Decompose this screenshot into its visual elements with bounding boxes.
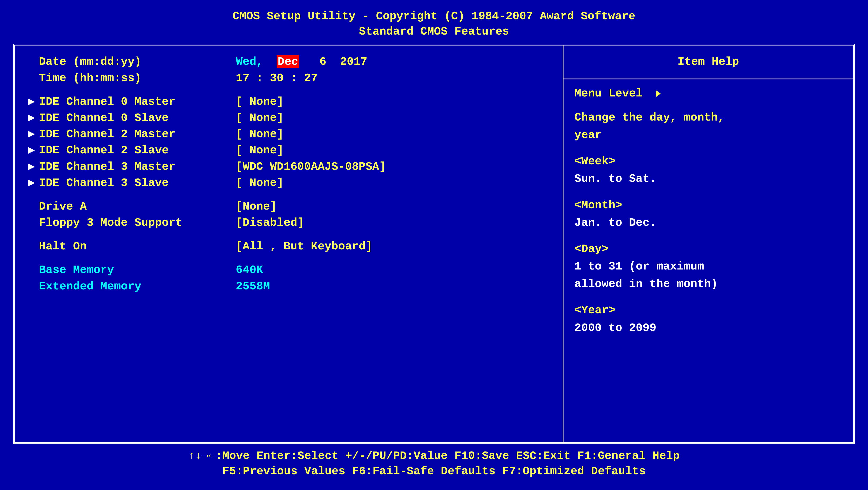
submenu-icon: ▶ (28, 143, 39, 158)
ide-label: IDE Channel 0 Slave (39, 111, 236, 126)
floppy-label: Floppy 3 Mode Support (39, 215, 236, 231)
ide-value: [ None] (236, 176, 283, 191)
time-label: Time (hh:mm:ss) (39, 71, 236, 86)
help-desc: Change the day, month, (575, 110, 842, 125)
row-date[interactable]: Date (mm:dd:yy) Wed, Dec 6 2017 (28, 54, 550, 69)
footer-line1: ↑↓→←:Move Enter:Select +/-/PU/PD:Value F… (13, 449, 855, 464)
row-halt-on[interactable]: Halt On [All , But Keyboard] (28, 239, 550, 254)
help-week-text: Sun. to Sat. (575, 171, 842, 187)
menu-level-label: Menu Level (575, 86, 643, 101)
row-ide-2-master[interactable]: ▶ IDE Channel 2 Master [ None] (28, 127, 550, 142)
row-ide-2-slave[interactable]: ▶ IDE Channel 2 Slave [ None] (28, 143, 550, 158)
row-time[interactable]: Time (hh:mm:ss) 17 : 30 : 27 (28, 71, 550, 86)
ide-label: IDE Channel 2 Slave (39, 143, 236, 158)
ide-value: [WDC WD1600AAJS-08PSA] (236, 159, 386, 175)
halt-value[interactable]: [All , But Keyboard] (236, 239, 372, 254)
date-day[interactable]: 6 (313, 55, 326, 68)
help-day-text: 1 to 31 (or maximum (575, 259, 842, 274)
header-line1: CMOS Setup Utility - Copyright (C) 1984-… (13, 9, 855, 24)
date-month-selected[interactable]: Dec (277, 55, 299, 68)
header-line2: Standard CMOS Features (13, 24, 855, 39)
footer: ↑↓→←:Move Enter:Select +/-/PU/PD:Value F… (13, 446, 855, 481)
row-ide-3-master[interactable]: ▶ IDE Channel 3 Master [WDC WD1600AAJS-0… (28, 159, 550, 175)
ide-value: [ None] (236, 111, 283, 126)
ide-label: IDE Channel 3 Slave (39, 176, 236, 191)
help-desc: year (575, 127, 842, 143)
drive-a-label: Drive A (39, 199, 236, 214)
base-mem-label: Base Memory (39, 263, 236, 278)
submenu-icon: ▶ (28, 159, 39, 175)
ide-value: [ None] (236, 127, 283, 142)
row-base-memory: Base Memory 640K (28, 263, 550, 278)
help-month-text: Jan. to Dec. (575, 215, 842, 231)
submenu-icon: ▶ (28, 176, 39, 191)
bios-screen: CMOS Setup Utility - Copyright (C) 1984-… (0, 0, 868, 490)
time-value[interactable]: 17 : 30 : 27 (236, 71, 318, 86)
help-pane: Item Help Menu Level Change the day, mon… (563, 45, 853, 442)
submenu-icon: ▶ (28, 111, 39, 126)
ide-label: IDE Channel 3 Master (39, 159, 236, 175)
header: CMOS Setup Utility - Copyright (C) 1984-… (13, 9, 855, 39)
drive-a-value[interactable]: [None] (236, 199, 277, 214)
row-extended-memory: Extended Memory 2558M (28, 279, 550, 294)
row-ide-3-slave[interactable]: ▶ IDE Channel 3 Slave [ None] (28, 176, 550, 191)
ide-value: [ None] (236, 94, 283, 110)
submenu-icon: ▶ (28, 127, 39, 142)
help-day-heading: <Day> (575, 242, 842, 257)
menu-level: Menu Level (575, 86, 842, 101)
submenu-icon: ▶ (28, 94, 39, 110)
base-mem-value: 640K (236, 263, 263, 278)
row-floppy-mode[interactable]: Floppy 3 Mode Support [Disabled] (28, 215, 550, 231)
ext-mem-value: 2558M (236, 279, 270, 294)
help-month-heading: <Month> (575, 198, 842, 213)
row-ide-0-master[interactable]: ▶ IDE Channel 0 Master [ None] (28, 94, 550, 110)
main-pane: Date (mm:dd:yy) Wed, Dec 6 2017 Time (hh… (15, 45, 563, 442)
footer-line2: F5:Previous Values F6:Fail-Safe Defaults… (13, 464, 855, 479)
halt-label: Halt On (39, 239, 236, 254)
help-year-heading: <Year> (575, 303, 842, 318)
date-year[interactable]: 2017 (340, 55, 367, 68)
chevron-right-icon (656, 90, 661, 97)
content-box: Date (mm:dd:yy) Wed, Dec 6 2017 Time (hh… (13, 44, 855, 444)
date-weekday: Wed, (236, 55, 263, 68)
ext-mem-label: Extended Memory (39, 279, 236, 294)
date-value[interactable]: Wed, Dec 6 2017 (236, 54, 367, 69)
help-title: Item Help (563, 45, 853, 79)
row-drive-a[interactable]: Drive A [None] (28, 199, 550, 214)
ide-label: IDE Channel 0 Master (39, 94, 236, 110)
ide-value: [ None] (236, 143, 283, 158)
floppy-value[interactable]: [Disabled] (236, 215, 304, 231)
ide-label: IDE Channel 2 Master (39, 127, 236, 142)
date-label: Date (mm:dd:yy) (39, 54, 236, 69)
help-week-heading: <Week> (575, 154, 842, 169)
row-ide-0-slave[interactable]: ▶ IDE Channel 0 Slave [ None] (28, 111, 550, 126)
help-body: Menu Level Change the day, month, year <… (563, 80, 853, 342)
help-year-text: 2000 to 2099 (575, 320, 842, 336)
help-day-text: allowed in the month) (575, 276, 842, 292)
